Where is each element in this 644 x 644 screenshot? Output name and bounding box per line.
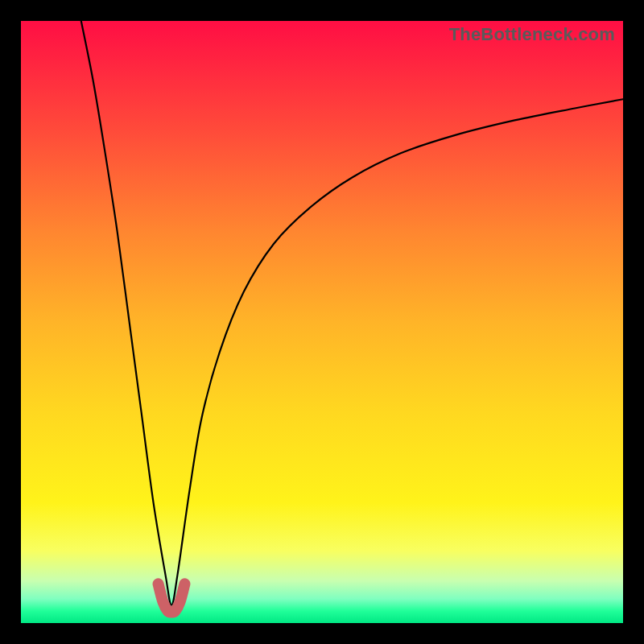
bottleneck-curve-path <box>81 21 623 605</box>
plot-area: TheBottleneck.com <box>21 21 623 623</box>
highlight-dip-path <box>159 584 185 612</box>
chart-svg <box>21 21 623 623</box>
chart-frame: TheBottleneck.com <box>0 0 644 644</box>
